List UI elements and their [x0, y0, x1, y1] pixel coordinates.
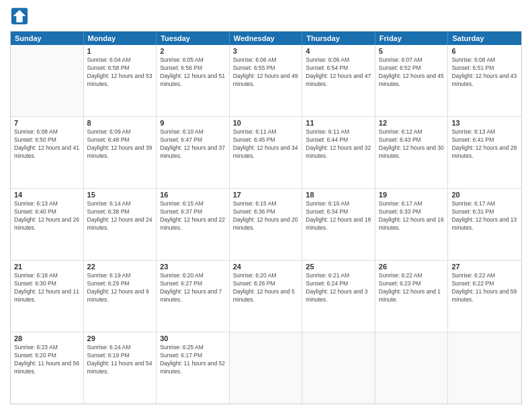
day-number: 26: [379, 263, 445, 271]
day-number: 21: [14, 263, 80, 271]
sunset-text: Sunset: 6:47 PM: [160, 136, 226, 144]
header-day-sunday: Sunday: [11, 32, 84, 45]
sunrise-text: Sunrise: 6:22 AM: [379, 272, 445, 280]
calendar-row-4: 28Sunrise: 6:23 AMSunset: 6:20 PMDayligh…: [11, 332, 521, 404]
day-number: 15: [87, 191, 153, 199]
daylight-text: Daylight: 11 hours and 59 minutes.: [451, 288, 518, 304]
empty-cell-0-0: [11, 45, 84, 116]
sunrise-text: Sunrise: 6:04 AM: [87, 56, 153, 64]
day-cell-12: 12Sunrise: 6:12 AMSunset: 6:43 PMDayligh…: [375, 117, 449, 188]
sunrise-text: Sunrise: 6:17 AM: [379, 200, 445, 208]
day-number: 8: [87, 119, 153, 127]
sunset-text: Sunset: 6:23 PM: [379, 280, 445, 288]
sunset-text: Sunset: 6:34 PM: [306, 208, 371, 216]
daylight-text: Daylight: 12 hours and 20 minutes.: [233, 216, 299, 232]
day-cell-17: 17Sunrise: 6:15 AMSunset: 6:36 PMDayligh…: [230, 189, 303, 260]
daylight-text: Daylight: 12 hours and 9 minutes.: [87, 288, 153, 304]
daylight-text: Daylight: 12 hours and 37 minutes.: [160, 144, 226, 161]
day-cell-4: 4Sunrise: 6:06 AMSunset: 6:54 PMDaylight…: [302, 45, 375, 116]
day-cell-18: 18Sunrise: 6:16 AMSunset: 6:34 PMDayligh…: [302, 189, 375, 260]
logo-icon: [10, 7, 29, 26]
daylight-text: Daylight: 12 hours and 34 minutes.: [233, 144, 299, 161]
day-cell-20: 20Sunrise: 6:17 AMSunset: 6:31 PMDayligh…: [448, 189, 521, 260]
daylight-text: Daylight: 12 hours and 18 minutes.: [306, 216, 371, 232]
sunset-text: Sunset: 6:22 PM: [451, 280, 518, 288]
sunset-text: Sunset: 6:24 PM: [306, 280, 371, 288]
daylight-text: Daylight: 12 hours and 39 minutes.: [87, 144, 153, 161]
day-number: 18: [306, 191, 371, 199]
day-number: 27: [451, 263, 518, 271]
day-cell-1: 1Sunrise: 6:04 AMSunset: 6:58 PMDaylight…: [84, 45, 157, 116]
day-cell-3: 3Sunrise: 6:06 AMSunset: 6:55 PMDaylight…: [230, 45, 303, 116]
sunset-text: Sunset: 6:30 PM: [14, 280, 80, 288]
day-number: 25: [306, 263, 371, 271]
day-number: 30: [160, 334, 226, 342]
daylight-text: Daylight: 12 hours and 28 minutes.: [451, 144, 518, 161]
daylight-text: Daylight: 12 hours and 45 minutes.: [379, 73, 445, 89]
calendar-row-2: 14Sunrise: 6:13 AMSunset: 6:40 PMDayligh…: [11, 189, 521, 261]
day-number: 14: [14, 191, 80, 199]
day-cell-6: 6Sunrise: 6:08 AMSunset: 6:51 PMDaylight…: [448, 45, 521, 116]
day-number: 11: [306, 119, 371, 127]
logo: [10, 7, 32, 26]
calendar-row-0: 1Sunrise: 6:04 AMSunset: 6:58 PMDaylight…: [11, 45, 521, 117]
sunset-text: Sunset: 6:48 PM: [87, 136, 153, 144]
day-cell-7: 7Sunrise: 6:08 AMSunset: 6:50 PMDaylight…: [11, 117, 84, 188]
header-day-monday: Monday: [84, 32, 157, 45]
day-number: 2: [160, 47, 226, 55]
day-cell-30: 30Sunrise: 6:25 AMSunset: 6:17 PMDayligh…: [157, 332, 230, 404]
daylight-text: Daylight: 11 hours and 56 minutes.: [14, 360, 80, 376]
sunrise-text: Sunrise: 6:06 AM: [306, 56, 371, 64]
sunset-text: Sunset: 6:45 PM: [233, 136, 299, 144]
sunrise-text: Sunrise: 6:20 AM: [233, 272, 299, 280]
day-cell-26: 26Sunrise: 6:22 AMSunset: 6:23 PMDayligh…: [375, 261, 449, 332]
daylight-text: Daylight: 12 hours and 47 minutes.: [306, 73, 371, 89]
header-day-saturday: Saturday: [448, 32, 521, 45]
sunset-text: Sunset: 6:58 PM: [87, 64, 153, 73]
empty-cell-4-3: [230, 332, 303, 404]
page: SundayMondayTuesdayWednesdayThursdayFrid…: [0, 0, 532, 411]
day-number: 10: [233, 119, 299, 127]
daylight-text: Daylight: 12 hours and 13 minutes.: [451, 216, 518, 232]
day-number: 29: [87, 334, 153, 342]
daylight-text: Daylight: 12 hours and 53 minutes.: [87, 73, 153, 89]
day-cell-8: 8Sunrise: 6:09 AMSunset: 6:48 PMDaylight…: [84, 117, 157, 188]
sunset-text: Sunset: 6:50 PM: [14, 136, 80, 144]
sunrise-text: Sunrise: 6:25 AM: [160, 344, 226, 352]
empty-cell-4-4: [302, 332, 375, 404]
sunrise-text: Sunrise: 6:19 AM: [87, 272, 153, 280]
daylight-text: Daylight: 12 hours and 49 minutes.: [233, 73, 299, 89]
sunrise-text: Sunrise: 6:17 AM: [451, 200, 518, 208]
sunrise-text: Sunrise: 6:13 AM: [14, 200, 80, 208]
day-number: 17: [233, 191, 299, 199]
day-number: 5: [379, 47, 445, 55]
sunrise-text: Sunrise: 6:07 AM: [379, 56, 445, 64]
sunrise-text: Sunrise: 6:12 AM: [379, 128, 445, 136]
calendar-row-3: 21Sunrise: 6:18 AMSunset: 6:30 PMDayligh…: [11, 261, 521, 332]
day-cell-13: 13Sunrise: 6:13 AMSunset: 6:41 PMDayligh…: [448, 117, 521, 188]
calendar: SundayMondayTuesdayWednesdayThursdayFrid…: [10, 31, 522, 404]
sunrise-text: Sunrise: 6:20 AM: [160, 272, 226, 280]
sunset-text: Sunset: 6:36 PM: [233, 208, 299, 216]
empty-cell-4-5: [375, 332, 449, 404]
sunset-text: Sunset: 6:38 PM: [87, 208, 153, 216]
sunset-text: Sunset: 6:26 PM: [233, 280, 299, 288]
sunset-text: Sunset: 6:37 PM: [160, 208, 226, 216]
daylight-text: Daylight: 12 hours and 5 minutes.: [233, 288, 299, 304]
calendar-body: 1Sunrise: 6:04 AMSunset: 6:58 PMDaylight…: [11, 45, 521, 404]
day-number: 9: [160, 119, 226, 127]
day-number: 16: [160, 191, 226, 199]
day-cell-24: 24Sunrise: 6:20 AMSunset: 6:26 PMDayligh…: [230, 261, 303, 332]
day-cell-15: 15Sunrise: 6:14 AMSunset: 6:38 PMDayligh…: [84, 189, 157, 260]
sunrise-text: Sunrise: 6:14 AM: [87, 200, 153, 208]
sunset-text: Sunset: 6:44 PM: [306, 136, 371, 144]
header-day-friday: Friday: [375, 32, 449, 45]
day-number: 1: [87, 47, 153, 55]
daylight-text: Daylight: 12 hours and 1 minute.: [379, 288, 445, 304]
sunrise-text: Sunrise: 6:09 AM: [87, 128, 153, 136]
sunset-text: Sunset: 6:40 PM: [14, 208, 80, 216]
header-day-thursday: Thursday: [302, 32, 375, 45]
day-cell-21: 21Sunrise: 6:18 AMSunset: 6:30 PMDayligh…: [11, 261, 84, 332]
day-cell-28: 28Sunrise: 6:23 AMSunset: 6:20 PMDayligh…: [11, 332, 84, 404]
daylight-text: Daylight: 12 hours and 11 minutes.: [14, 288, 80, 304]
